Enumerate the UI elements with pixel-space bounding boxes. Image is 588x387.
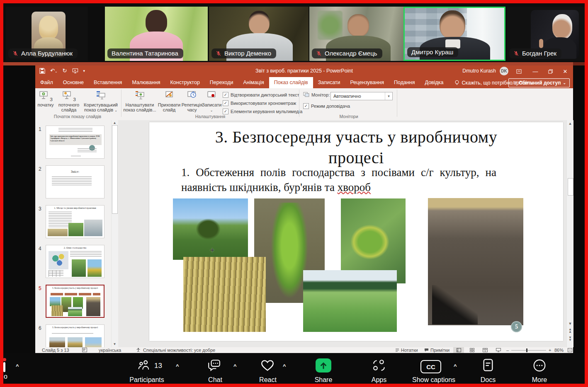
zoom-slider-thumb[interactable]: [526, 348, 527, 352]
tab-slideshow[interactable]: Показ слайдів: [269, 77, 313, 88]
slide-scrollbar[interactable]: ▲ ▼ ▲▲ ▼▼: [566, 120, 573, 347]
thumbnail-slide-4[interactable]: 2. Опис господарства: [46, 245, 104, 278]
notes-pane-icon[interactable]: [82, 348, 87, 353]
tab-file[interactable]: Файл: [35, 77, 58, 88]
checkbox-label: Режим доповідача: [311, 104, 350, 109]
reading-view-button[interactable]: [480, 347, 491, 353]
scrollbar-thumb[interactable]: [112, 125, 118, 214]
share-access-button[interactable]: Спільний доступ ⌄: [508, 78, 570, 87]
zoom-in-button[interactable]: +: [549, 348, 551, 353]
account-avatar[interactable]: DK: [500, 67, 508, 75]
media-controls-checkbox[interactable]: ✓ Елементи керування мультимедіа: [223, 109, 302, 114]
next-slide-button[interactable]: ▼▼: [567, 336, 573, 341]
monitor-dropdown[interactable]: Автоматично ▾: [330, 92, 393, 100]
accessibility-icon[interactable]: [136, 348, 141, 353]
restore-button[interactable]: [546, 67, 555, 75]
from-current-slide-button[interactable]: З поточного слайда: [56, 90, 82, 113]
face: [39, 16, 58, 40]
monitor-icon: [303, 92, 309, 97]
use-timings-checkbox[interactable]: ✓ Використовувати хронометраж: [223, 100, 296, 106]
tab-design[interactable]: Конструктор: [165, 77, 205, 88]
show-captions-button[interactable]: Show captions: [412, 376, 455, 384]
slide-title-line2: процесі: [149, 148, 563, 167]
account-name[interactable]: Dmutro Kurash: [462, 68, 496, 74]
tab-view[interactable]: Подання: [389, 77, 420, 88]
zoom-slider-track[interactable]: [511, 350, 546, 351]
apps-icon[interactable]: [372, 359, 386, 372]
muted-mic-icon: [12, 51, 18, 56]
more-button[interactable]: More: [532, 376, 547, 384]
rehearse-timings-button[interactable]: Репетиція часу: [181, 90, 203, 113]
thumbnail-slide-2[interactable]: Зміст:: [46, 165, 104, 198]
thumbnail-slide-5-selected[interactable]: 3. Безпосередня участь у виробничому про…: [46, 285, 104, 318]
share-button-label[interactable]: Share: [315, 376, 333, 384]
participant-tile-alla[interactable]: Алла Бурдуланюк: [6, 7, 88, 61]
react-heart-icon[interactable]: [260, 359, 275, 372]
slide-canvas[interactable]: 3. Безпосередня участь у виробничому про…: [149, 122, 563, 341]
thumbnail-slide-3[interactable]: 1. Місце та умови виробничої практики: [46, 205, 104, 238]
scrollbar-thumb[interactable]: [568, 178, 573, 196]
scroll-up-arrow[interactable]: ▲: [112, 121, 118, 125]
tab-insert[interactable]: Вставлення: [89, 77, 127, 88]
slide-sorter-view-button[interactable]: [467, 347, 477, 353]
react-chevron[interactable]: ^: [283, 363, 286, 369]
apps-button[interactable]: Apps: [372, 376, 386, 384]
tab-draw[interactable]: Малювання: [127, 77, 165, 88]
record-button[interactable]: Записати ⌄: [202, 90, 221, 113]
captions-chevron[interactable]: ^: [454, 363, 457, 369]
zoom-percentage[interactable]: 86%: [554, 348, 564, 353]
react-button[interactable]: React: [259, 376, 277, 384]
comments-toggle[interactable]: Примітки: [424, 348, 450, 353]
minimize-button[interactable]: —: [531, 67, 540, 75]
thumb-photo: [48, 229, 68, 236]
chevron-down-icon[interactable]: ▾: [385, 92, 392, 100]
share-screen-button[interactable]: [316, 358, 331, 372]
cc-icon[interactable]: CC: [420, 360, 441, 373]
participant-tile-oleksandr[interactable]: Олександр Ємець: [309, 7, 406, 61]
checkbox-icon: ✓: [223, 109, 228, 114]
participants-button[interactable]: Participants: [129, 376, 164, 384]
tab-record[interactable]: Записати: [313, 77, 345, 88]
tab-home[interactable]: Основне: [58, 77, 89, 88]
presenter-view-checkbox[interactable]: ✓ Режим доповідача: [303, 103, 350, 109]
tab-help[interactable]: Довідка: [420, 77, 449, 88]
zoom-out-button[interactable]: –: [506, 348, 509, 353]
more-icon[interactable]: [533, 359, 546, 372]
participant-tile-viktor[interactable]: Виктор Деменко: [209, 7, 309, 61]
play-narrations-checkbox[interactable]: ✓ Відтворювати дикторський текст: [223, 92, 299, 98]
participant-tile-valentyna[interactable]: Валентина Татаринова: [105, 7, 208, 61]
docs-button[interactable]: Docs: [481, 376, 496, 384]
chat-button[interactable]: Chat: [208, 376, 222, 384]
previous-slide-button[interactable]: ▲▲: [567, 328, 573, 333]
thumbnail-slide-1[interactable]: Звіт про проходження виробничої практики…: [46, 126, 104, 159]
custom-slideshow-button[interactable]: Користувацький показ слайдів ⌄: [83, 90, 119, 113]
fit-to-window-button[interactable]: [564, 347, 575, 353]
chat-icon[interactable]: [207, 359, 221, 372]
accessibility-status[interactable]: Спеціальні можливості: усе добре: [143, 348, 215, 353]
chat-chevron[interactable]: ^: [233, 363, 237, 369]
thumbnail-scrollbar[interactable]: ▲ ▼: [111, 120, 118, 347]
mic-button-partial[interactable]: [3, 362, 5, 372]
hide-slide-button[interactable]: Приховати слайд: [157, 90, 181, 113]
thumbnail-slide-6[interactable]: 3. Безпосередня участь у виробничому про…: [46, 324, 104, 347]
participants-chevron[interactable]: ^: [176, 363, 179, 369]
scroll-up-arrow[interactable]: ▲: [567, 121, 573, 126]
tab-review[interactable]: Рецензування: [345, 77, 389, 88]
from-beginning-button[interactable]: З початку: [36, 90, 55, 107]
participant-tile-dmytro[interactable]: Дмитро Кураш: [403, 7, 505, 61]
ribbon-display-options-button[interactable]: [514, 67, 523, 75]
slideshow-view-button[interactable]: [493, 347, 504, 353]
mic-options-chevron[interactable]: ^: [16, 363, 19, 369]
setup-slideshow-button[interactable]: Налаштувати показ слайдів...: [123, 90, 156, 113]
normal-view-button[interactable]: [453, 347, 464, 353]
tab-animations[interactable]: Анімація: [238, 77, 269, 88]
tab-transitions[interactable]: Переходи: [205, 77, 238, 88]
docs-icon[interactable]: [482, 358, 494, 372]
scroll-down-arrow[interactable]: ▼: [112, 342, 118, 346]
scroll-down-arrow[interactable]: ▼: [567, 322, 573, 326]
close-button[interactable]: ✕: [561, 67, 570, 75]
notes-toggle[interactable]: Нотатки: [395, 348, 418, 353]
participants-icon[interactable]: [138, 360, 151, 371]
participant-tile-bohdan[interactable]: Богдан Грек: [507, 7, 585, 61]
language-indicator[interactable]: українська: [99, 348, 121, 353]
